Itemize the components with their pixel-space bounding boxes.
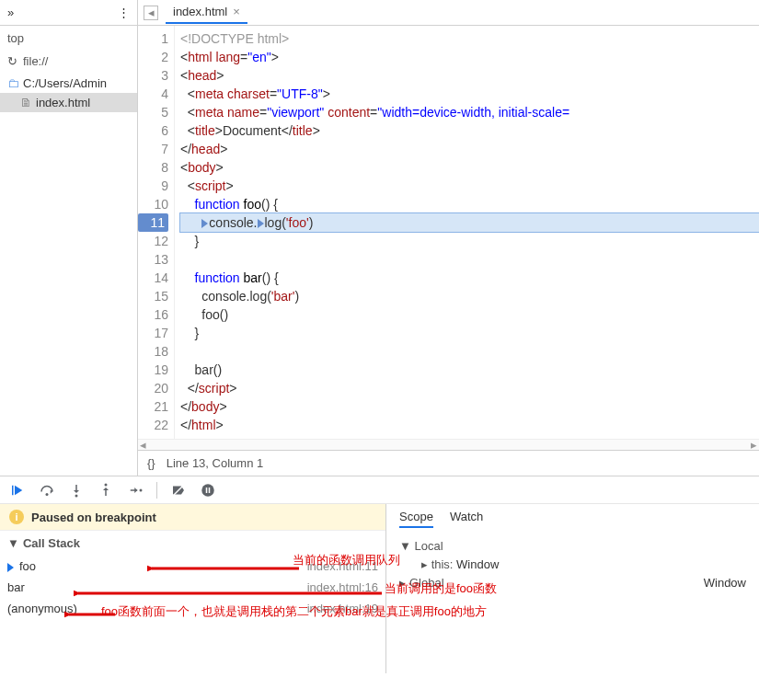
more-menu-button[interactable]: ⋮ xyxy=(118,6,130,19)
code-lines[interactable]: <!DOCTYPE html><html lang="en"><head> <m… xyxy=(175,26,759,439)
tab-watch[interactable]: Watch xyxy=(450,510,483,528)
file-tree: 🗀 C:/Users/Admin 🗎 index.html xyxy=(0,72,137,114)
info-icon: i xyxy=(9,510,24,524)
file-label: index.html xyxy=(36,96,90,109)
code-line[interactable]: </head> xyxy=(180,140,759,158)
line-number[interactable]: 20 xyxy=(138,379,168,397)
code-line[interactable]: <title>Document</title> xyxy=(180,121,759,140)
svg-rect-8 xyxy=(209,488,211,493)
pause-on-exceptions-button[interactable] xyxy=(200,482,216,499)
line-number[interactable]: 9 xyxy=(138,177,168,195)
step-button[interactable] xyxy=(127,482,144,499)
code-line[interactable]: } xyxy=(180,232,759,250)
line-number[interactable]: 11 xyxy=(138,213,168,232)
code-line[interactable]: <script> xyxy=(180,177,759,195)
line-gutter[interactable]: 12345678910111213141516171819202122 xyxy=(138,26,175,439)
pretty-print-button[interactable]: {} xyxy=(147,456,155,470)
line-number[interactable]: 18 xyxy=(138,342,168,361)
line-number[interactable]: 5 xyxy=(138,103,168,121)
resume-button[interactable] xyxy=(9,482,26,499)
step-over-button[interactable] xyxy=(39,482,55,499)
tab-scope[interactable]: Scope xyxy=(399,510,433,528)
chevron-down-icon: ▼ xyxy=(7,536,19,550)
code-line[interactable]: </body> xyxy=(180,397,759,416)
code-line[interactable]: function foo() { xyxy=(180,195,759,213)
line-number[interactable]: 22 xyxy=(138,416,168,434)
code-line[interactable]: <html lang="en"> xyxy=(180,48,759,66)
code-line[interactable]: console.log('foo') xyxy=(180,213,759,232)
collapse-panel-button[interactable]: » xyxy=(7,6,14,19)
line-number[interactable]: 12 xyxy=(138,232,168,250)
folder-label: C:/Users/Admin xyxy=(23,76,107,90)
scope-this-row[interactable]: ▸ this: Window xyxy=(399,556,746,574)
line-number[interactable]: 4 xyxy=(138,85,168,103)
line-number[interactable]: 17 xyxy=(138,324,168,342)
code-line[interactable]: <head> xyxy=(180,66,759,85)
line-number[interactable]: 21 xyxy=(138,397,168,416)
step-out-button[interactable] xyxy=(98,482,114,499)
debugger-toolbar xyxy=(0,476,759,504)
line-number[interactable]: 6 xyxy=(138,121,168,140)
refresh-icon: ↻ xyxy=(7,54,17,68)
tree-file[interactable]: 🗎 index.html xyxy=(0,93,137,112)
frame-function: foo xyxy=(7,559,36,573)
line-number[interactable]: 2 xyxy=(138,48,168,66)
tree-folder[interactable]: 🗀 C:/Users/Admin xyxy=(0,74,137,93)
code-line[interactable]: bar() xyxy=(180,361,759,379)
svg-point-3 xyxy=(105,483,108,486)
scope-local-label: Local xyxy=(414,539,443,553)
cursor-position: Line 13, Column 1 xyxy=(167,456,264,470)
code-line[interactable]: <!DOCTYPE html> xyxy=(180,29,759,48)
code-line[interactable]: <meta charset="UTF-8"> xyxy=(180,85,759,103)
annotation-text-3: foo函数前面一个，也就是调用栈的第二个元素bar就是真正调用foo的地方 xyxy=(101,603,487,620)
code-line[interactable] xyxy=(180,342,759,361)
deactivate-breakpoints-button[interactable] xyxy=(170,482,187,499)
line-number[interactable]: 7 xyxy=(138,140,168,158)
code-line[interactable]: <meta name="viewport" content="width=dev… xyxy=(180,103,759,121)
close-icon[interactable]: × xyxy=(233,5,240,18)
code-area[interactable]: 12345678910111213141516171819202122 <!DO… xyxy=(138,26,759,439)
origin-label: file:// xyxy=(23,54,48,68)
toolbar-separator xyxy=(156,482,157,499)
svg-point-1 xyxy=(46,493,49,496)
code-line[interactable]: </script> xyxy=(180,379,759,397)
line-number[interactable]: 14 xyxy=(138,269,168,287)
sidebar: top ↻ file:// 🗀 C:/Users/Admin 🗎 index.h… xyxy=(0,26,138,476)
select-file-button[interactable]: ◂ xyxy=(144,6,158,20)
line-number[interactable]: 16 xyxy=(138,305,168,324)
annotation-text-1: 当前的函数调用队列 xyxy=(293,552,400,568)
line-number[interactable]: 10 xyxy=(138,195,168,213)
svg-point-2 xyxy=(75,494,78,497)
annotation-arrow-1 xyxy=(147,559,304,578)
line-number[interactable]: 13 xyxy=(138,250,168,269)
top-bar: » ⋮ ◂ index.html × xyxy=(0,0,759,26)
line-number[interactable]: 15 xyxy=(138,287,168,305)
folder-icon: 🗀 xyxy=(7,76,19,90)
code-line[interactable]: foo() xyxy=(180,305,759,324)
tab-index-html[interactable]: index.html × xyxy=(166,1,247,24)
annotation-text-2: 当前调用的是foo函数 xyxy=(385,580,497,597)
paused-text: Paused on breakpoint xyxy=(31,511,156,524)
code-line[interactable] xyxy=(180,250,759,269)
line-number[interactable]: 8 xyxy=(138,158,168,177)
tab-strip: ◂ index.html × xyxy=(138,0,759,25)
annotation-arrow-2 xyxy=(74,585,386,602)
code-line[interactable]: <body> xyxy=(180,158,759,177)
code-line[interactable]: console.log('bar') xyxy=(180,287,759,305)
scope-local-row[interactable]: ▼ Local xyxy=(399,537,746,556)
code-line[interactable]: function bar() { xyxy=(180,269,759,287)
paused-banner: i Paused on breakpoint xyxy=(0,504,385,530)
step-into-button[interactable] xyxy=(68,482,85,499)
context-selector[interactable]: top xyxy=(0,26,137,51)
horizontal-scrollbar[interactable]: ◂▸ xyxy=(138,439,759,450)
svg-rect-0 xyxy=(12,485,14,495)
frame-function: bar xyxy=(7,580,25,594)
line-number[interactable]: 19 xyxy=(138,361,168,379)
code-line[interactable]: </html> xyxy=(180,416,759,434)
line-number[interactable]: 3 xyxy=(138,66,168,85)
file-label: index.html xyxy=(173,5,227,18)
origin-row[interactable]: ↻ file:// xyxy=(0,51,137,72)
code-line[interactable]: } xyxy=(180,324,759,342)
file-icon: 🗎 xyxy=(20,96,32,109)
line-number[interactable]: 1 xyxy=(138,29,168,48)
